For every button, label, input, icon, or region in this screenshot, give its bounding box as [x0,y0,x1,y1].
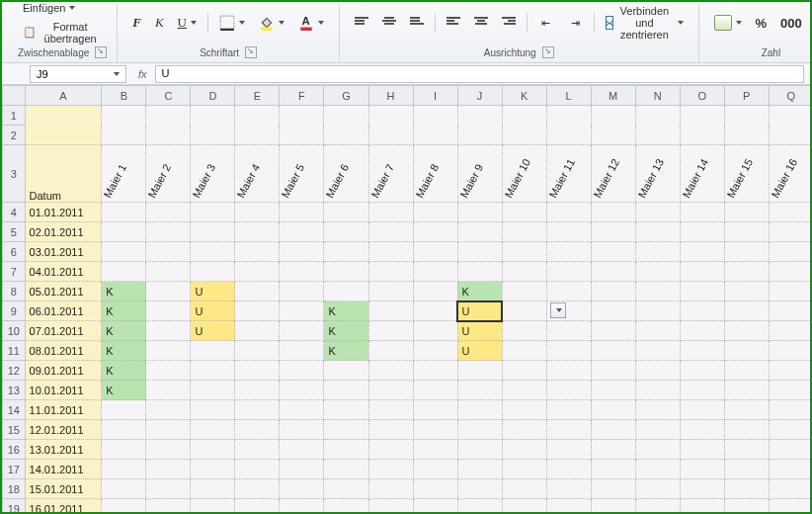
data-cell[interactable]: K [324,321,368,341]
data-cell[interactable] [368,301,413,321]
data-cell[interactable] [591,361,635,381]
data-cell[interactable] [102,460,146,479]
thousands-button[interactable]: 000 [775,13,807,34]
data-cell[interactable] [769,301,810,321]
data-cell[interactable] [280,440,324,460]
data-cell[interactable] [280,301,324,321]
data-cell[interactable] [102,222,146,242]
align-middle-button[interactable] [377,13,401,33]
data-cell[interactable] [102,203,146,222]
data-cell[interactable] [680,460,724,479]
data-cell[interactable] [502,460,546,479]
date-cell[interactable]: 12.01.2011 [25,420,102,440]
data-cell[interactable] [457,440,502,460]
data-cell[interactable] [591,282,635,301]
data-cell[interactable] [368,381,413,400]
data-cell[interactable] [413,262,457,282]
row-header[interactable]: 7 [3,262,26,282]
number-format-button[interactable] [709,12,747,34]
data-cell[interactable] [635,420,680,440]
date-cell[interactable]: 01.01.2011 [25,203,102,222]
person-header-cell[interactable]: Maier 9 [457,145,502,203]
data-cell[interactable]: K [102,301,146,321]
data-cell[interactable]: U [457,301,502,321]
date-cell[interactable]: 16.01.2011 [25,499,102,513]
person-header-cell[interactable]: Maier 3 [191,145,235,203]
data-cell[interactable] [324,479,368,499]
data-cell[interactable] [680,222,724,242]
data-cell[interactable] [457,361,502,381]
data-cell[interactable] [502,222,546,242]
data-cell[interactable]: K [324,341,368,361]
data-cell[interactable] [235,341,280,361]
person-header-cell[interactable]: Maier 12 [591,145,635,203]
data-cell[interactable] [635,301,680,321]
borders-button[interactable] [214,12,250,34]
data-cell[interactable] [280,222,324,242]
data-cell[interactable] [680,361,724,381]
data-cell[interactable] [368,242,413,262]
data-cell[interactable] [546,479,591,499]
column-header[interactable]: M [591,86,635,106]
data-cell[interactable] [368,460,413,479]
data-cell[interactable] [280,321,324,341]
data-cell[interactable] [280,203,324,222]
data-cell[interactable] [680,341,724,361]
fill-color-button[interactable] [254,12,289,34]
data-cell[interactable] [146,400,191,420]
dialog-launcher-icon[interactable] [542,46,554,58]
data-cell[interactable] [413,381,457,400]
data-cell[interactable] [680,321,724,341]
column-header[interactable]: D [191,86,235,106]
data-cell[interactable] [502,242,546,262]
data-cell[interactable] [146,203,191,222]
data-cell[interactable] [724,301,769,321]
data-cell[interactable] [591,460,635,479]
column-header[interactable]: F [280,86,324,106]
data-cell[interactable] [724,479,769,499]
data-cell[interactable] [769,282,810,301]
data-cell[interactable] [413,460,457,479]
data-cell[interactable] [413,420,457,440]
data-cell[interactable] [324,440,368,460]
data-cell[interactable] [724,361,769,381]
data-cell[interactable] [191,242,235,262]
data-cell[interactable] [413,440,457,460]
data-cell[interactable] [591,262,635,282]
row-header[interactable]: 12 [3,361,26,381]
data-cell[interactable] [235,262,280,282]
data-cell[interactable] [546,420,591,440]
data-cell[interactable] [502,301,546,321]
data-cell[interactable] [235,400,280,420]
data-cell[interactable] [324,282,368,301]
date-cell[interactable]: 08.01.2011 [25,341,102,361]
data-cell[interactable] [457,381,502,400]
data-cell[interactable] [235,460,280,479]
data-cell[interactable] [724,282,769,301]
data-cell[interactable] [769,242,810,262]
data-cell[interactable] [502,440,546,460]
data-cell[interactable] [146,341,191,361]
decrease-indent-button[interactable]: ⇤ [532,12,558,34]
data-cell[interactable] [635,341,680,361]
column-header[interactable]: N [635,86,680,106]
date-cell[interactable]: 09.01.2011 [25,361,102,381]
data-cell[interactable] [102,420,146,440]
data-cell[interactable] [591,499,635,513]
data-cell[interactable] [280,499,324,513]
column-header[interactable]: A [25,86,102,106]
data-cell[interactable] [324,361,368,381]
data-cell[interactable] [769,262,810,282]
data-cell[interactable] [324,400,368,420]
dialog-launcher-icon[interactable] [245,46,257,58]
data-cell[interactable] [546,242,591,262]
row-header[interactable]: 17 [3,460,26,479]
data-cell[interactable] [368,400,413,420]
data-cell[interactable] [635,262,680,282]
data-cell[interactable] [146,242,191,262]
row-header[interactable]: 8 [3,282,26,301]
date-cell[interactable]: 03.01.2011 [25,242,102,262]
data-cell[interactable] [324,203,368,222]
data-cell[interactable] [280,242,324,262]
data-cell[interactable] [502,479,546,499]
